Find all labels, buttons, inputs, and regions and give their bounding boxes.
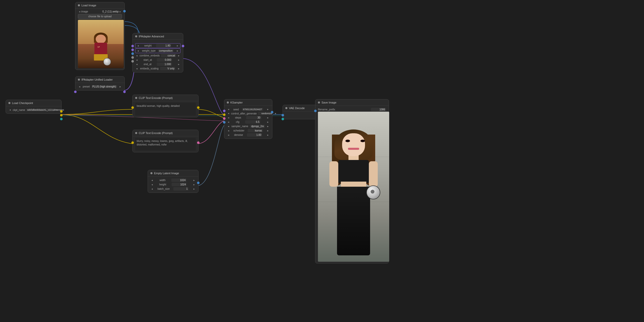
wtype-prev[interactable]: ◄	[136, 50, 140, 52]
es-prev[interactable]: ◄	[135, 67, 138, 70]
batch-size-field: ◄ batch_size 1 ►	[150, 187, 196, 191]
batch-label: batch_size	[158, 187, 170, 190]
seed-prev[interactable]: ◄	[227, 108, 230, 111]
es-next[interactable]: ►	[177, 67, 180, 70]
steps-value: 30	[246, 116, 261, 119]
weight-next[interactable]: ►	[176, 45, 179, 47]
ea-label: end_at	[144, 63, 151, 66]
ea-prev[interactable]: ◄	[135, 63, 138, 66]
sn-next[interactable]: ►	[266, 125, 270, 128]
preset-prev[interactable]: ◄	[78, 85, 81, 88]
sa-next[interactable]: ►	[177, 59, 180, 61]
image-prev-btn[interactable]: ◄	[78, 10, 81, 13]
image-label: image	[81, 10, 88, 13]
ce-next[interactable]: ►	[177, 54, 180, 57]
ipadapter-unified-header: IPAdapter Unified Loader	[75, 77, 124, 83]
sn-label: sampler_name	[231, 125, 248, 128]
cfg-prev[interactable]: ◄	[227, 121, 230, 123]
combine-embeds-field: ◄ combine_embeds concat ►	[135, 53, 180, 58]
ksampler-out-latent[interactable]	[271, 111, 273, 113]
clip-negative-header: CLIP Text Encode (Prompt)	[133, 130, 198, 136]
ksampler-in-neg[interactable]	[223, 117, 226, 120]
batch-next[interactable]: ►	[192, 188, 196, 190]
ksampler-in-pos[interactable]	[223, 113, 226, 116]
load-checkpoint-node: Load Checkpoint ◄ ckpt_name sdxl/albedob…	[6, 100, 62, 114]
den-prev[interactable]: ◄	[227, 134, 230, 136]
ksampler-in-model[interactable]	[223, 110, 226, 112]
ipadapter-advanced-node: IPAdapter Advanced ◄ weight 1.80 ► ◄ wei…	[132, 33, 183, 72]
ksampler-header: KSampler	[224, 99, 272, 106]
clip-positive-text[interactable]: beautiful woman, high quality, detailed	[135, 103, 196, 115]
ckpt-prev[interactable]: ◄	[8, 109, 12, 111]
steps-prev[interactable]: ◄	[227, 116, 230, 119]
ea-next[interactable]: ►	[177, 63, 180, 66]
checkpoint-clip-out[interactable]	[60, 114, 63, 116]
width-prev[interactable]: ◄	[150, 179, 154, 182]
ca-prev[interactable]: ◄	[227, 112, 230, 115]
clip-neg-out-cond[interactable]	[197, 141, 200, 144]
ckpt-value: sdxl/albedobaseXL_v13.safetensors	[26, 108, 54, 111]
ipadapter-in-model[interactable]	[131, 45, 134, 47]
height-label: height	[159, 183, 166, 186]
den-label: denoise	[234, 134, 243, 136]
save-in-images[interactable]	[314, 110, 317, 112]
wtype-value: composition	[158, 49, 174, 52]
den-value: 1.00	[247, 133, 262, 137]
ipadapter-in-image2[interactable]	[131, 56, 134, 59]
clip-neg-in-clip[interactable]	[131, 141, 134, 144]
cfg-next[interactable]: ►	[266, 121, 270, 123]
control-after-field: ◄ control_after_generate randomize ►	[227, 111, 270, 115]
vae-in-latent[interactable]	[282, 114, 284, 116]
filename-value: 1086	[371, 108, 386, 111]
height-prev[interactable]: ◄	[150, 183, 154, 186]
load-image-out-port[interactable]	[123, 10, 126, 12]
choose-file-btn[interactable]: choose file to upload	[78, 14, 122, 19]
node-dot8	[227, 101, 229, 104]
width-next[interactable]: ►	[192, 179, 196, 182]
batch-prev[interactable]: ◄	[150, 188, 154, 190]
load-checkpoint-title: Load Checkpoint	[12, 101, 33, 105]
height-field: ◄ height 1024 ►	[150, 182, 196, 187]
image-next-btn[interactable]: ►	[119, 10, 122, 13]
seed-next[interactable]: ►	[266, 108, 270, 111]
ipadapter-in-image[interactable]	[131, 52, 134, 55]
height-value: 1024	[172, 183, 187, 186]
clip-pos-out-cond[interactable]	[197, 106, 200, 109]
sched-prev[interactable]: ◄	[227, 129, 230, 132]
scheduler-field: ◄ scheduler karras ►	[227, 128, 270, 133]
wtype-next[interactable]: ►	[176, 50, 179, 52]
width-value: 1024	[171, 179, 187, 182]
ce-prev[interactable]: ◄	[135, 54, 138, 57]
weight-prev[interactable]: ◄	[136, 45, 140, 47]
latent-out-port[interactable]	[197, 182, 200, 184]
ipadapter-in-mask[interactable]	[131, 60, 134, 63]
weight-type-field: ◄ weight_type composition ►	[135, 48, 180, 53]
ksampler-in-latent[interactable]	[223, 121, 226, 124]
load-checkpoint-header: Load Checkpoint	[6, 100, 61, 106]
node-dot2	[78, 79, 80, 81]
ca-next[interactable]: ►	[274, 112, 277, 115]
ipadapter-out-model[interactable]	[182, 45, 184, 47]
ca-label: control_after_generate	[231, 112, 257, 115]
den-next[interactable]: ►	[266, 134, 270, 136]
clip-text-positive-node: CLIP Text Encode (Prompt) beautiful woma…	[132, 95, 199, 117]
unified-loader-in-port[interactable]	[74, 91, 77, 93]
vae-in-vae[interactable]	[282, 118, 284, 120]
es-value: V only	[160, 67, 175, 70]
preset-next[interactable]: ►	[119, 85, 122, 88]
image-filename-row: ◄ image 0_2 (11).webp ►	[78, 10, 122, 13]
clip-pos-in-clip[interactable]	[131, 106, 134, 109]
unified-loader-out-port[interactable]	[123, 91, 126, 93]
checkpoint-vae-out[interactable]	[60, 118, 63, 120]
checkpoint-model-out[interactable]	[60, 110, 63, 113]
clip-negative-text[interactable]: blurry, noisy, messy, lowres, jpeg, arti…	[135, 138, 196, 151]
ckpt-next[interactable]: ►	[55, 109, 59, 111]
ipadapter-in-ipadapter[interactable]	[131, 49, 134, 51]
sn-prev[interactable]: ◄	[227, 125, 230, 128]
sched-label: scheduler	[233, 129, 244, 132]
sa-prev[interactable]: ◄	[135, 59, 138, 61]
steps-next[interactable]: ►	[266, 116, 270, 119]
sched-next[interactable]: ►	[266, 129, 270, 132]
width-field: ◄ width 1024 ►	[150, 178, 196, 182]
height-next[interactable]: ►	[192, 183, 196, 186]
